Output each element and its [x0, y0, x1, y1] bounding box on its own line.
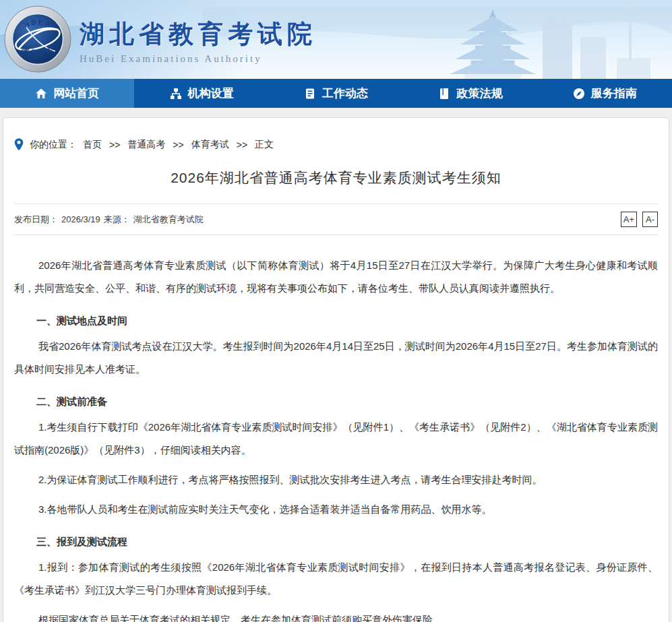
font-decrease-button[interactable]: A- [642, 212, 658, 227]
nav-item-label: 政策法规 [456, 86, 502, 101]
sitemap-icon [170, 88, 182, 100]
home-icon [35, 88, 47, 100]
nav-item-policy[interactable]: 政策法规 [403, 79, 537, 108]
section-heading-3: 三、报到及测试流程 [14, 534, 658, 549]
breadcrumb-prefix: 你的位置： [30, 139, 77, 151]
nav-item-home[interactable]: 网站首页 [0, 79, 134, 108]
section-heading-1: 一、测试地点及时间 [14, 313, 658, 328]
article-meta-row: 发布日期： 2026/3/19 来源： 湖北省教育考试院 A+ A- [14, 204, 658, 235]
nav-item-label: 机构设置 [188, 86, 234, 101]
page-body: 你的位置： 首页 >> 普通高考 >> 体育考试 >> 正文 2026年湖北省普… [0, 108, 672, 622]
site-title-en: HuBei Examinations Authority [80, 53, 317, 65]
article-body: 2026年湖北省普通高考体育专业素质测试（以下简称体育测试）将于4月15日至27… [14, 235, 658, 622]
article-meta: 发布日期： 2026/3/19 来源： 湖北省教育考试院 [14, 214, 621, 226]
publish-date-value: 2026/3/19 [61, 214, 100, 224]
news-icon [304, 88, 316, 100]
compass-icon [573, 88, 585, 100]
breadcrumb-home[interactable]: 首页 [83, 139, 102, 151]
pagoda-skyline-art [429, 0, 672, 79]
breadcrumb-current: 正文 [255, 139, 274, 151]
breadcrumb-separator: >> [173, 139, 183, 150]
site-header: HBEA 湖北考试 湖北省教育考试院 HuBei Examinations Au… [0, 0, 672, 79]
source-label: 来源： [104, 214, 130, 226]
article-title: 2026年湖北省普通高考体育专业素质测试考生须知 [14, 168, 658, 187]
nav-item-service-guide[interactable]: 服务指南 [538, 79, 672, 108]
breadcrumb: 你的位置： 首页 >> 普通高考 >> 体育考试 >> 正文 [14, 118, 658, 151]
nav-item-organization[interactable]: 机构设置 [134, 79, 268, 108]
paragraph: 根据国家体育总局关于体育考试的相关规定，考生在参加体育测试前须购买意外伤害保险。 [14, 609, 658, 622]
paragraph: 我省2026年体育测试考点设在江汉大学。考生报到时间为2026年4月14日至25… [14, 335, 658, 381]
location-pin-icon [14, 138, 24, 151]
paragraph: 2.为保证体育测试工作顺利进行，考点将严格按照报到、测试批次安排考生进入考点，请… [14, 468, 658, 491]
site-title-cn: 湖北省教育考试院 [80, 18, 317, 51]
paragraph: 3.各地带队人员和考生在测试前应实时关注天气变化，选择合适着装并适当自备常用药品… [14, 498, 658, 521]
section-heading-2: 二、测试前准备 [14, 394, 658, 409]
site-titles: 湖北省教育考试院 HuBei Examinations Authority [80, 13, 317, 65]
nav-item-news[interactable]: 工作动态 [269, 79, 403, 108]
publish-date-label: 发布日期： [14, 214, 58, 226]
breadcrumb-sports-exam[interactable]: 体育考试 [191, 139, 229, 151]
nav-item-label: 网站首页 [53, 86, 99, 101]
site-logo[interactable]: HBEA 湖北考试 湖北省教育考试院 HuBei Examinations Au… [4, 5, 317, 73]
paragraph: 1.考生须自行下载打印《2026年湖北省体育专业素质测试时间安排》（见附件1）、… [14, 416, 658, 462]
breadcrumb-gaokao[interactable]: 普通高考 [127, 139, 165, 151]
main-nav: 网站首页 机构设置 工作动态 政策法规 服务指南 [0, 79, 672, 108]
content-card: 你的位置： 首页 >> 普通高考 >> 体育考试 >> 正文 2026年湖北省普… [3, 117, 669, 622]
font-increase-button[interactable]: A+ [621, 212, 637, 227]
breadcrumb-separator: >> [109, 139, 120, 150]
nav-item-label: 工作动态 [322, 86, 368, 101]
source-value: 湖北省教育考试院 [133, 214, 204, 226]
hbea-badge-icon: HBEA 湖北考试 [4, 5, 71, 73]
paragraph: 1.报到：参加体育测试的考生须按照《2026年湖北省体育专业素质测试时间安排》，… [14, 556, 658, 602]
breadcrumb-separator: >> [237, 139, 247, 150]
policy-book-icon [438, 88, 450, 100]
paragraph-intro: 2026年湖北省普通高考体育专业素质测试（以下简称体育测试）将于4月15日至27… [14, 254, 658, 300]
font-size-controls: A+ A- [621, 212, 658, 227]
nav-item-label: 服务指南 [591, 86, 637, 101]
